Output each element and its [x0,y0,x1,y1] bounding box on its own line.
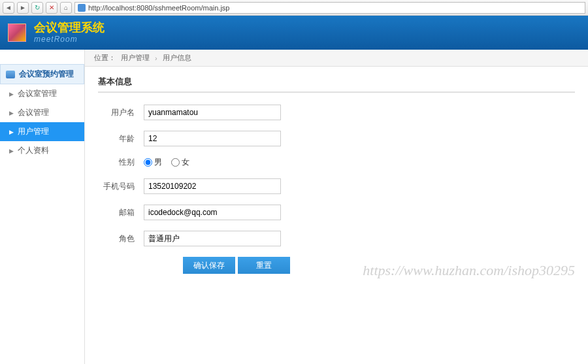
age-label: 年龄 [98,133,135,144]
breadcrumb-separator: › [155,54,157,62]
gender-female-radio[interactable] [171,158,180,167]
sidebar-item-profile[interactable]: ▶ 个人资料 [0,141,84,160]
email-input[interactable] [144,205,281,220]
back-button[interactable]: ◄ [3,2,14,14]
username-input[interactable] [144,105,281,120]
breadcrumb-item: 用户信息 [163,53,191,63]
sidebar-item-label: 用户管理 [18,126,49,137]
save-button[interactable]: 确认保存 [183,257,235,274]
gender-male-text: 男 [154,157,162,168]
phone-label: 手机号码 [98,181,135,192]
forward-button[interactable]: ► [17,2,29,14]
page-icon [78,4,86,12]
chevron-right-icon: ▶ [9,91,14,97]
sidebar-group-label: 会议室预约管理 [19,69,74,80]
sidebar-item-room[interactable]: ▶ 会议室管理 [0,84,84,103]
gender-label: 性别 [98,157,135,168]
chevron-right-icon: ▶ [9,148,14,154]
stop-button[interactable]: ✕ [46,2,57,14]
breadcrumb-item[interactable]: 用户管理 [121,53,150,63]
role-label: 角色 [98,233,135,244]
gender-male-radio[interactable] [144,158,152,167]
browser-toolbar: ◄ ► ↻ ✕ ⌂ http://localhost:8080/sshmeetR… [0,0,588,16]
main-content: 位置： 用户管理 › 用户信息 基本信息 用户名 年龄 性别 男 [85,50,588,364]
gender-female-text: 女 [182,157,189,168]
breadcrumb-label: 位置： [94,53,116,63]
reset-button[interactable]: 重置 [238,257,290,274]
folder-icon [6,71,15,78]
phone-input[interactable] [144,178,281,194]
sidebar-item-label: 个人资料 [18,145,49,156]
app-title: 会议管理系统 [34,22,105,33]
section-title: 基本信息 [98,76,575,93]
sidebar: 会议室预约管理 ▶ 会议室管理 ▶ 会议管理 ▶ 用户管理 ▶ 个人资料 [0,50,85,364]
sidebar-item-meeting[interactable]: ▶ 会议管理 [0,103,84,122]
breadcrumb: 位置： 用户管理 › 用户信息 [85,50,588,67]
sidebar-item-label: 会议管理 [18,107,49,118]
username-label: 用户名 [98,107,135,118]
app-logo-icon [8,24,26,42]
age-input[interactable] [144,131,281,146]
sidebar-item-user[interactable]: ▶ 用户管理 [0,122,84,141]
app-subtitle: meetRoom [34,35,105,44]
gender-male-option[interactable]: 男 [144,157,162,168]
gender-female-option[interactable]: 女 [171,157,189,168]
home-button[interactable]: ⌂ [60,2,72,14]
chevron-right-icon: ▶ [9,110,14,116]
role-input[interactable] [144,231,281,246]
url-bar[interactable]: http://localhost:8080/sshmeetRoom/main.j… [74,2,585,14]
sidebar-item-label: 会议室管理 [18,88,57,99]
email-label: 邮箱 [98,207,135,218]
chevron-right-icon: ▶ [9,129,14,135]
reload-button[interactable]: ↻ [31,2,43,14]
app-header: 会议管理系统 meetRoom [0,16,588,50]
url-text: http://localhost:8080/sshmeetRoom/main.j… [88,4,229,12]
sidebar-group-meeting[interactable]: 会议室预约管理 [0,64,84,84]
